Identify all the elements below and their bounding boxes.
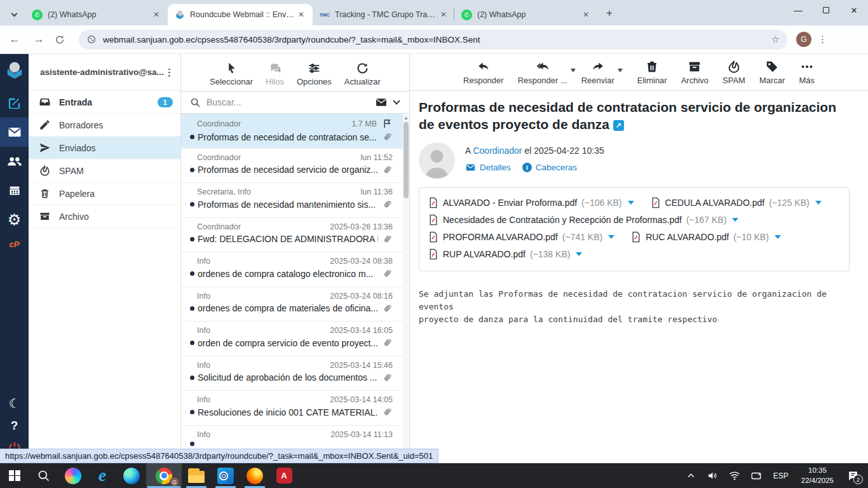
message-row[interactable]: Info2025-03-24 08:16 ordenes de compra d… <box>181 287 409 322</box>
recipient-link[interactable]: Coordinador <box>473 146 522 156</box>
delete-button[interactable]: Eliminar <box>637 60 667 85</box>
tab-close-icon[interactable]: ✕ <box>150 9 163 20</box>
tab-whatsapp-2[interactable]: ✆ (2) WhatsApp ✕ <box>455 4 597 25</box>
reply-all-button[interactable]: Responder ... <box>518 60 567 85</box>
attachment-item[interactable]: RUP ALVARADO.pdf (~138 KB) <box>428 248 582 260</box>
details-link[interactable]: Detalles <box>465 162 511 173</box>
compose-button[interactable] <box>0 88 29 118</box>
select-button[interactable]: Seleccionar <box>210 62 253 86</box>
message-row[interactable]: Info2025-03-14 14:05 Resoluciones de ini… <box>181 391 409 426</box>
message-row[interactable]: Coordinador2025-03-26 13:36 Fwd: DELEGAC… <box>181 218 409 253</box>
search-input[interactable] <box>207 97 375 107</box>
message-row[interactable]: Coordinador1.7 MB Proformas de necesidad… <box>181 114 409 149</box>
search-options-chevron-icon[interactable] <box>393 97 400 104</box>
message-row[interactable]: Info2025-03-14 16:05 orden de compra ser… <box>181 322 409 356</box>
folder-borradores[interactable]: Borradores <box>29 114 180 137</box>
taskbar-edge-button[interactable] <box>117 463 146 488</box>
tab-search-button[interactable] <box>5 6 23 24</box>
wifi-icon[interactable] <box>725 463 744 488</box>
forward-button[interactable]: Reenviar <box>581 60 614 85</box>
taskbar-ie-button[interactable]: e <box>88 463 117 488</box>
folder-papelera[interactable]: Papelera <box>29 182 180 205</box>
folder-archivo[interactable]: Archivo <box>29 205 180 228</box>
options-button[interactable]: Opciones <box>297 62 332 86</box>
attachment-item[interactable]: ALVARADO - Enviar Proforma.pdf (~106 KB) <box>428 197 634 208</box>
language-indicator[interactable]: ESP <box>768 471 794 480</box>
archive-button[interactable]: Archivo <box>681 60 709 85</box>
volume-icon[interactable] <box>703 463 722 488</box>
message-row[interactable]: Secretaria, Infolun 11:36 Proformas de n… <box>181 183 409 218</box>
taskbar-explorer-button[interactable] <box>182 463 211 488</box>
refresh-button[interactable]: Actualizar <box>344 62 381 86</box>
reply-button[interactable]: Responder <box>463 60 504 85</box>
more-button[interactable]: Más <box>799 60 815 85</box>
cpanel-logo[interactable]: cP <box>10 240 20 249</box>
tab-close-icon[interactable]: ✕ <box>580 9 592 20</box>
attachment-item[interactable]: PROFORMA ALVARADO.pdf (~741 KB) <box>428 231 614 243</box>
address-bar[interactable]: webmail.sanjuan.gob.ec/cpsess5487640538/… <box>79 30 787 50</box>
taskbar-search-button[interactable] <box>29 463 58 488</box>
headers-link[interactable]: i Cabeceras <box>522 163 577 172</box>
attachment-menu-icon[interactable] <box>628 201 634 205</box>
forward-button[interactable]: → <box>29 30 48 49</box>
maximize-button[interactable] <box>812 0 840 20</box>
close-button[interactable]: ✕ <box>840 0 868 20</box>
chevron-down-icon[interactable] <box>618 69 623 72</box>
taskbar-outlook-button[interactable]: O <box>211 463 240 488</box>
tray-expand-chevron-icon[interactable] <box>682 463 701 488</box>
attachment-item[interactable]: CEDULA ALVARADO.pdf (~125 KB) <box>651 197 822 208</box>
attachment-menu-icon[interactable] <box>732 218 738 222</box>
folder-entrada[interactable]: Entrada 1 <box>29 91 180 114</box>
nav-settings-button[interactable]: ⚙ <box>0 205 29 234</box>
reload-button[interactable] <box>53 30 72 49</box>
taskbar-copilot-button[interactable] <box>58 463 88 488</box>
scrollbar-thumb[interactable] <box>403 122 409 198</box>
open-external-icon[interactable]: ↗ <box>613 120 624 131</box>
taskbar-firefox-button[interactable] <box>240 463 269 488</box>
mark-button[interactable]: Marcar <box>759 60 785 85</box>
tab-roundcube[interactable]: Roundcube Webmail :: Enviados ✕ <box>168 4 313 25</box>
nav-calendar-button[interactable] <box>0 176 29 205</box>
folder-spam[interactable]: SPAM <box>29 159 180 182</box>
account-menu-icon[interactable]: ⋮ <box>165 67 174 78</box>
tab-whatsapp-1[interactable]: ✆ (2) WhatsApp ✕ <box>25 4 168 25</box>
list-scrollbar[interactable]: ▲ ▼ <box>403 114 409 463</box>
message-row[interactable]: Coordinadorlun 11:52 Proformas de necesi… <box>181 149 409 184</box>
notification-center-button[interactable]: 2 <box>841 463 864 488</box>
flag-icon[interactable] <box>382 118 393 129</box>
chevron-down-icon[interactable] <box>571 69 576 72</box>
spam-button[interactable]: SPAM <box>722 60 745 85</box>
back-button[interactable]: ← <box>5 30 24 49</box>
browser-menu-icon[interactable]: ⋮ <box>818 34 827 45</box>
attachment-item[interactable]: RUC ALVARADO.pdf (~10 KB) <box>631 231 781 243</box>
attachment-menu-icon[interactable] <box>576 252 582 256</box>
dark-mode-icon[interactable]: ☾ <box>9 396 20 411</box>
attachment-item[interactable]: Necesidades de Contratación y Recepción … <box>428 214 738 226</box>
bookmark-star-icon[interactable]: ☆ <box>771 34 780 45</box>
attachment-menu-icon[interactable] <box>608 235 614 239</box>
nav-mail-button[interactable] <box>0 118 29 147</box>
browser-profile-avatar[interactable]: G <box>796 32 811 47</box>
tab-tmc-tracking[interactable]: TMC Tracking - TMC Grupo Tramaco ✕ <box>313 4 455 25</box>
scroll-up-icon[interactable]: ▲ <box>403 114 409 122</box>
new-tab-button[interactable]: + <box>601 5 618 22</box>
search-scope-envelope-icon[interactable] <box>375 96 388 109</box>
message-row[interactable]: Info2025-03-24 08:38 ordenes de compra c… <box>181 252 409 287</box>
tab-close-icon[interactable]: ✕ <box>295 9 308 20</box>
taskbar-chrome-button[interactable]: G <box>146 463 182 488</box>
taskbar-acrobat-button[interactable]: A <box>269 463 299 488</box>
site-settings-icon[interactable] <box>86 34 97 44</box>
threads-button[interactable]: Hilos <box>266 62 284 86</box>
nav-contacts-button[interactable] <box>0 147 29 176</box>
help-icon[interactable]: ? <box>11 419 18 433</box>
minimize-button[interactable]: — <box>784 0 812 20</box>
taskbar-clock[interactable]: 10:35 22/4/2025 <box>796 466 839 485</box>
display-cast-icon[interactable] <box>747 463 766 488</box>
message-row[interactable]: Info2025-03-14 15:46 Solicitud de aproba… <box>181 356 409 391</box>
attachment-menu-icon[interactable] <box>815 201 822 205</box>
start-button[interactable] <box>0 463 29 488</box>
attachment-menu-icon[interactable] <box>775 235 781 239</box>
account-header[interactable]: asistente-administrativo@sa... ⋮ <box>29 54 180 91</box>
tab-close-icon[interactable]: ✕ <box>437 9 450 20</box>
folder-enviados[interactable]: Enviados <box>29 137 180 159</box>
